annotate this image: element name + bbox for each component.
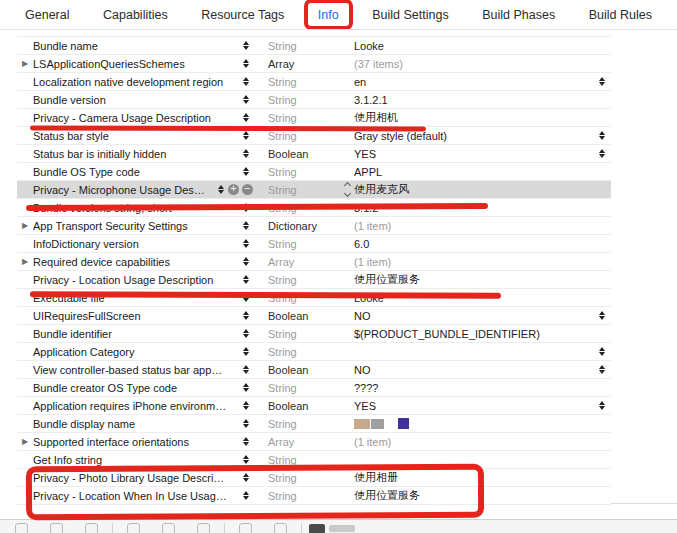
plist-row[interactable]: Bundle nameStringLooke <box>17 37 611 55</box>
tab-resource-tags[interactable]: Resource Tags <box>201 8 284 22</box>
key-stepper[interactable] <box>239 455 253 464</box>
type-cell[interactable]: Boolean <box>268 310 340 322</box>
key-cell[interactable]: Application requires iPhone environm… <box>33 400 239 412</box>
type-cell[interactable]: String <box>268 292 340 304</box>
key-stepper[interactable] <box>239 347 253 356</box>
plist-row[interactable]: Executable fileStringLooke <box>17 289 611 307</box>
type-cell[interactable]: String <box>268 238 340 250</box>
toolbar-icon-2[interactable] <box>50 523 63 533</box>
toolbar-icon-1[interactable] <box>15 523 28 533</box>
value-cell[interactable]: 使用位置服务 <box>354 488 593 503</box>
value-cell[interactable]: 3.1.2.1 <box>354 94 593 106</box>
key-stepper[interactable] <box>239 113 253 122</box>
key-cell[interactable]: Bundle versions string, short <box>33 202 239 214</box>
toolbar-icon-4[interactable] <box>127 523 140 533</box>
key-cell[interactable]: Bundle display name <box>33 418 239 430</box>
plist-row[interactable]: InfoDictionary versionString6.0 <box>17 235 611 253</box>
plist-row[interactable]: Bundle creator OS Type codeString???? <box>17 379 611 397</box>
key-cell[interactable]: Supported interface orientations <box>33 436 239 448</box>
plist-row[interactable]: Privacy - Location Usage DescriptionStri… <box>17 271 611 289</box>
key-cell[interactable]: View controller-based status bar app… <box>33 364 239 376</box>
toolbar-icon-6[interactable] <box>197 523 210 533</box>
key-stepper[interactable] <box>239 311 253 320</box>
value-stepper[interactable] <box>593 365 611 374</box>
plist-row[interactable]: Privacy - Photo Library Usage Descri…Str… <box>17 469 611 487</box>
key-stepper[interactable] <box>239 239 253 248</box>
plist-row[interactable]: ▶LSApplicationQueriesSchemesArray(37 ite… <box>17 55 611 73</box>
toolbar-icon-8[interactable] <box>274 523 287 533</box>
plist-row[interactable]: Localization native development regionSt… <box>17 73 611 91</box>
plist-row[interactable]: UIRequiresFullScreenBooleanNO <box>17 307 611 325</box>
value-cell[interactable]: ???? <box>354 382 593 394</box>
plist-row[interactable]: ▶Required device capabilitiesArray(1 ite… <box>17 253 611 271</box>
value-cell[interactable]: 3.1.2 <box>354 202 593 214</box>
key-cell[interactable]: InfoDictionary version <box>33 238 239 250</box>
disclosure-triangle-icon[interactable]: ▶ <box>17 217 33 235</box>
value-stepper[interactable] <box>593 347 611 356</box>
key-cell[interactable]: Bundle identifier <box>33 328 239 340</box>
disclosure-triangle-icon[interactable]: ▶ <box>17 55 33 73</box>
plist-row[interactable]: Bundle versionString3.1.2.1 <box>17 91 611 109</box>
key-stepper[interactable] <box>239 473 253 482</box>
type-cell[interactable]: String <box>268 328 340 340</box>
disclosure-triangle-icon[interactable]: ▶ <box>17 253 33 271</box>
key-cell[interactable]: LSApplicationQueriesSchemes <box>33 58 239 70</box>
value-cell[interactable]: YES <box>354 400 593 412</box>
value-cell[interactable]: (1 item) <box>354 256 593 268</box>
key-cell[interactable]: Status bar is initially hidden <box>33 148 239 160</box>
type-cell[interactable]: String <box>268 472 340 484</box>
type-cell[interactable]: Array <box>268 256 340 268</box>
key-stepper[interactable] <box>239 77 253 86</box>
toolbar-icon-5[interactable] <box>162 523 175 533</box>
value-cell[interactable]: NO <box>354 310 593 322</box>
plist-row[interactable]: Status bar styleStringGray style (defaul… <box>17 127 611 145</box>
key-stepper[interactable] <box>239 167 253 176</box>
tab-build-phases[interactable]: Build Phases <box>482 8 555 22</box>
type-cell[interactable]: String <box>268 202 340 214</box>
tab-info[interactable]: Info <box>318 8 339 22</box>
key-cell[interactable]: UIRequiresFullScreen <box>33 310 239 322</box>
key-stepper[interactable] <box>239 293 253 302</box>
key-cell[interactable]: Application Category <box>33 346 239 358</box>
key-stepper[interactable] <box>239 131 253 140</box>
value-stepper[interactable] <box>593 401 611 410</box>
key-cell[interactable]: Get Info string <box>33 454 239 466</box>
key-stepper[interactable] <box>239 59 253 68</box>
key-stepper[interactable] <box>239 383 253 392</box>
plist-row[interactable]: Bundle OS Type codeStringAPPL <box>17 163 611 181</box>
key-cell[interactable]: Bundle OS Type code <box>33 166 239 178</box>
toolbar-icon-7[interactable] <box>239 523 252 533</box>
plist-row[interactable]: Bundle versions string, shortString3.1.2 <box>17 199 611 217</box>
value-cell[interactable]: YES <box>354 148 593 160</box>
tab-general[interactable]: General <box>25 8 69 22</box>
type-cell[interactable]: String <box>268 166 340 178</box>
value-cell[interactable]: Looke <box>354 40 593 52</box>
type-cell[interactable]: Array <box>268 58 340 70</box>
key-cell[interactable]: Privacy - Location When In Use Usag… <box>33 490 239 502</box>
key-cell[interactable]: Localization native development region <box>33 76 239 88</box>
key-stepper[interactable] <box>239 401 253 410</box>
type-cell[interactable]: String <box>268 346 340 358</box>
key-stepper[interactable] <box>239 275 253 284</box>
value-cell[interactable]: 使用相机 <box>354 110 593 125</box>
value-chevrons-icon[interactable] <box>340 183 354 196</box>
value-cell[interactable]: $(PRODUCT_BUNDLE_IDENTIFIER) <box>354 328 593 340</box>
plist-row[interactable]: Bundle identifierString$(PRODUCT_BUNDLE_… <box>17 325 611 343</box>
tab-capabilities[interactable]: Capabilities <box>103 8 168 22</box>
key-stepper[interactable] <box>239 329 253 338</box>
value-stepper[interactable] <box>593 149 611 158</box>
value-cell[interactable]: Gray style (default) <box>354 130 593 142</box>
type-cell[interactable]: String <box>268 490 340 502</box>
plist-row[interactable]: Application CategoryString <box>17 343 611 361</box>
value-cell[interactable]: 使用相册 <box>354 470 593 485</box>
type-cell[interactable]: String <box>268 112 340 124</box>
key-cell[interactable]: Privacy - Microphone Usage Des… <box>33 184 214 196</box>
plist-row[interactable]: View controller-based status bar app…Boo… <box>17 361 611 379</box>
plist-row[interactable]: Status bar is initially hiddenBooleanYES <box>17 145 611 163</box>
add-item-icon[interactable]: + <box>228 184 239 195</box>
disclosure-triangle-icon[interactable]: ▶ <box>17 433 33 451</box>
key-stepper[interactable] <box>239 149 253 158</box>
key-cell[interactable]: Bundle creator OS Type code <box>33 382 239 394</box>
value-cell[interactable]: (37 items) <box>354 58 593 70</box>
value-cell[interactable]: (1 item) <box>354 436 593 448</box>
